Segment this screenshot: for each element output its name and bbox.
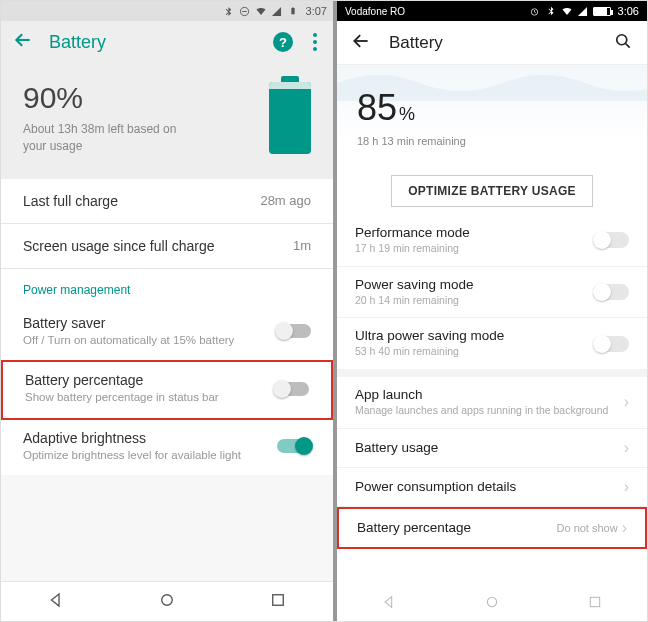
battery-estimate: 18 h 13 min remaining bbox=[357, 135, 627, 147]
battery-icon bbox=[287, 5, 299, 17]
performance-mode-row[interactable]: Performance mode 17 h 19 min remaining bbox=[337, 215, 647, 266]
label: Battery percentage bbox=[357, 520, 557, 535]
back-icon[interactable] bbox=[13, 30, 33, 54]
chevron-right-icon: › bbox=[624, 393, 629, 411]
status-bar: Vodafone RO 3:06 bbox=[337, 1, 647, 21]
desc: Show battery percentage in status bar bbox=[25, 390, 263, 406]
battery-usage-row[interactable]: Battery usage › bbox=[337, 429, 647, 467]
value: 1m bbox=[293, 238, 311, 253]
carrier-label: Vodafone RO bbox=[345, 6, 405, 17]
label: Battery saver bbox=[23, 315, 265, 331]
label: Adaptive brightness bbox=[23, 430, 265, 446]
nav-recent-icon[interactable] bbox=[269, 591, 287, 613]
app-header: Battery ? bbox=[1, 21, 333, 63]
performance-mode-toggle[interactable] bbox=[593, 232, 629, 248]
chevron-right-icon: › bbox=[622, 519, 627, 537]
svg-point-7 bbox=[617, 34, 627, 44]
ultra-power-saving-toggle[interactable] bbox=[593, 336, 629, 352]
optimize-battery-button[interactable]: OPTIMIZE BATTERY USAGE bbox=[391, 175, 593, 207]
svg-rect-2 bbox=[291, 8, 294, 14]
nav-home-icon[interactable] bbox=[484, 594, 500, 614]
battery-saver-toggle[interactable] bbox=[277, 324, 311, 338]
svg-point-4 bbox=[162, 594, 173, 605]
label: Last full charge bbox=[23, 193, 118, 209]
back-icon[interactable] bbox=[351, 31, 371, 55]
battery-hero: 85% 18 h 13 min remaining bbox=[337, 65, 647, 161]
label: Battery percentage bbox=[25, 372, 263, 388]
label: App launch bbox=[355, 387, 624, 402]
desc: Off / Turn on automatically at 15% batte… bbox=[23, 333, 265, 349]
bluetooth-icon bbox=[223, 5, 235, 17]
wifi-icon bbox=[561, 5, 573, 17]
power-consumption-row[interactable]: Power consumption details › bbox=[337, 468, 647, 506]
desc: Manage launches and apps running in the … bbox=[355, 404, 624, 418]
battery-hero: 90% About 13h 38m left based on your usa… bbox=[1, 63, 333, 179]
battery-illustration-icon bbox=[269, 82, 311, 154]
battery-percentage-row[interactable]: Battery percentage Show battery percenta… bbox=[1, 360, 333, 420]
section-title-power-management: Power management bbox=[1, 269, 333, 305]
status-time: 3:07 bbox=[306, 5, 327, 17]
adaptive-brightness-toggle[interactable] bbox=[277, 439, 311, 453]
overflow-menu-icon[interactable] bbox=[309, 33, 321, 51]
wifi-icon bbox=[255, 5, 267, 17]
svg-rect-3 bbox=[292, 7, 293, 8]
page-title: Battery bbox=[49, 32, 257, 53]
chevron-right-icon: › bbox=[624, 439, 629, 457]
desc: 53 h 40 min remaining bbox=[355, 345, 593, 359]
app-header: Battery bbox=[337, 21, 647, 65]
search-icon[interactable] bbox=[613, 31, 633, 55]
battery-percentage-toggle[interactable] bbox=[275, 382, 309, 396]
nav-bar bbox=[337, 587, 647, 621]
desc: 17 h 19 min remaining bbox=[355, 242, 593, 256]
nav-recent-icon[interactable] bbox=[587, 594, 603, 614]
dnd-icon bbox=[239, 5, 251, 17]
power-saving-mode-toggle[interactable] bbox=[593, 284, 629, 300]
status-bar: 3:07 bbox=[1, 1, 333, 21]
battery-percentage-row[interactable]: Battery percentage Do not show › bbox=[337, 507, 647, 549]
screen-usage-row[interactable]: Screen usage since full charge 1m bbox=[1, 224, 333, 268]
label: Screen usage since full charge bbox=[23, 238, 214, 254]
label: Performance mode bbox=[355, 225, 593, 240]
nav-home-icon[interactable] bbox=[158, 591, 176, 613]
page-title: Battery bbox=[389, 33, 595, 53]
battery-icon bbox=[593, 7, 611, 16]
label: Power consumption details bbox=[355, 479, 624, 494]
svg-point-8 bbox=[487, 597, 496, 606]
signal-icon bbox=[271, 5, 283, 17]
nav-back-icon[interactable] bbox=[47, 591, 65, 613]
alarm-icon bbox=[529, 5, 541, 17]
desc: 20 h 14 min remaining bbox=[355, 294, 593, 308]
nav-back-icon[interactable] bbox=[381, 594, 397, 614]
svg-rect-9 bbox=[591, 597, 600, 606]
value: Do not show bbox=[557, 522, 618, 534]
battery-saver-row[interactable]: Battery saver Off / Turn on automaticall… bbox=[1, 305, 333, 361]
status-time: 3:06 bbox=[618, 5, 639, 17]
battery-percent: 85 bbox=[357, 87, 397, 129]
battery-percent: 90% bbox=[23, 81, 269, 115]
chevron-right-icon: › bbox=[624, 478, 629, 496]
svg-rect-5 bbox=[272, 594, 283, 605]
bluetooth-icon bbox=[545, 5, 557, 17]
ultra-power-saving-row[interactable]: Ultra power saving mode 53 h 40 min rema… bbox=[337, 318, 647, 369]
percent-mark: % bbox=[399, 104, 415, 124]
app-launch-row[interactable]: App launch Manage launches and apps runn… bbox=[337, 377, 647, 428]
nav-bar bbox=[1, 581, 333, 621]
value: 28m ago bbox=[260, 193, 311, 208]
help-icon[interactable]: ? bbox=[273, 32, 293, 52]
label: Power saving mode bbox=[355, 277, 593, 292]
label: Ultra power saving mode bbox=[355, 328, 593, 343]
label: Battery usage bbox=[355, 440, 624, 455]
svg-rect-1 bbox=[242, 11, 247, 12]
signal-icon bbox=[577, 5, 589, 17]
last-full-charge-row[interactable]: Last full charge 28m ago bbox=[1, 179, 333, 223]
adaptive-brightness-row[interactable]: Adaptive brightness Optimize brightness … bbox=[1, 420, 333, 476]
power-saving-mode-row[interactable]: Power saving mode 20 h 14 min remaining bbox=[337, 267, 647, 318]
desc: Optimize brightness level for available … bbox=[23, 448, 265, 464]
battery-estimate: About 13h 38m left based on your usage bbox=[23, 121, 203, 155]
